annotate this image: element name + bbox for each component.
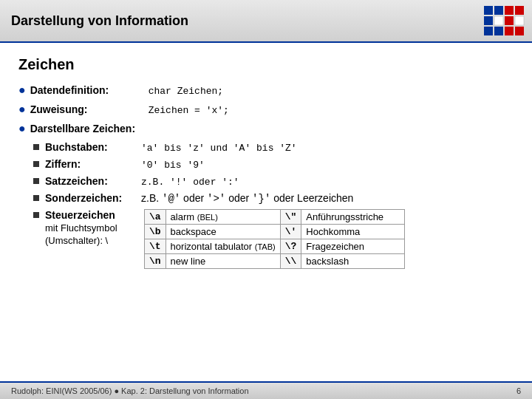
escape-desc-3b: Fragezeichen [301,239,405,254]
square-bullet-icon [33,195,39,201]
subvalue-sonderzeichen: z.B. '@' oder '>' oder '}' oder Leerzeic… [141,192,353,205]
sublabel-satzzeichen: Satzzeichen: [45,175,141,187]
page-number: 6 [516,386,521,395]
subitem-ziffern: Ziffern: '0' bis '9' [33,158,514,171]
header-title: Darstellung von Information [11,13,188,29]
svg-rect-9 [494,27,503,35]
sublabel-buchstaben: Buchstaben: [45,141,141,153]
item-label-darstellbare: Darstellbare Zeichen: [30,123,149,134]
footer: Rudolph: EINI(WS 2005/06) ● Kap. 2: Dars… [0,381,532,399]
svg-rect-10 [505,27,514,35]
escape-code-2b: \' [280,225,301,239]
bullet-icon: ● [18,83,26,97]
table-row: \a alarm (BEL) \" Anführungsstriche [145,210,405,225]
table-row: \t horizontal tabulator (TAB) \? Frageze… [145,239,405,254]
escape-desc-3a: horizontal tabulator (TAB) [166,239,280,254]
subvalue-buchstaben: 'a' bis 'z' und 'A' bis 'Z' [141,143,297,154]
svg-rect-6 [505,16,514,25]
list-item-darstellbare: ● Darstellbare Zeichen: [18,122,514,135]
header: Darstellung von Information [0,0,532,43]
item-code-zuweisung: Zeichen = 'x'; [149,105,229,116]
square-bullet-icon [33,178,39,184]
svg-rect-0 [484,6,493,15]
escape-desc-1a: alarm (BEL) [166,210,280,225]
bullet-icon: ● [18,122,26,135]
escape-code-1b: \" [280,210,301,225]
steuer-sublabel1: mit Fluchtsymbol [33,222,144,233]
square-bullet-icon [33,144,39,150]
escape-code-4b: \\ [280,254,301,269]
sublabel-ziffern: Ziffern: [45,158,141,170]
escape-desc-4b: backslash [301,254,405,269]
square-bullet-icon [33,212,39,218]
subvalue-satzzeichen: z.B. '!' oder ':' [141,177,239,188]
escape-desc-4a: new line [166,254,280,269]
steuer-label-block: Steuerzeichen mit Fluchtsymbol (Umschalt… [33,209,144,246]
svg-rect-1 [494,6,503,15]
item-label-zuweisung: Zuweisung: [30,103,149,115]
escape-desc-2a: backspace [166,225,280,239]
escape-code-3a: \t [145,239,166,254]
footer-text: Rudolph: EINI(WS 2005/06) ● Kap. 2: Dars… [11,386,249,395]
item-code-datendefinition: char Zeichen; [149,86,223,97]
subitem-buchstaben: Buchstaben: 'a' bis 'z' und 'A' bis 'Z' [33,141,514,154]
escape-code-1a: \a [145,210,166,225]
list-item-zuweisung: ● Zuweisung: Zeichen = 'x'; [18,103,514,116]
steuer-label: Steuerzeichen [45,209,115,221]
svg-rect-8 [484,27,493,35]
escape-desc-1b: Anführungsstriche [301,210,405,225]
table-row: \b backspace \' Hochkomma [145,225,405,239]
section-title: Zeichen [18,56,514,73]
svg-rect-2 [505,6,514,15]
steuer-row: Steuerzeichen mit Fluchtsymbol (Umschalt… [33,209,514,269]
escape-code-3b: \? [280,239,301,254]
main-content: Zeichen ● Datendefinition: char Zeichen;… [0,43,532,275]
svg-rect-11 [515,27,524,35]
svg-rect-4 [484,16,493,25]
bullet-icon: ● [18,103,26,116]
item-label-datendefinition: Datendefinition: [30,84,149,96]
table-row: \n new line \\ backslash [145,254,405,269]
escape-code-2a: \b [145,225,166,239]
subvalue-ziffern: '0' bis '9' [141,160,205,171]
escape-table: \a alarm (BEL) \" Anführungsstriche \b b… [144,209,405,269]
square-bullet-icon [33,161,39,167]
svg-rect-5 [494,16,503,25]
escape-desc-2b: Hochkomma [301,225,405,239]
steuer-sublabel2: (Umschalter): \ [33,235,144,246]
svg-rect-3 [515,6,524,15]
header-logo [484,6,521,35]
escape-code-4a: \n [145,254,166,269]
subitem-satzzeichen: Satzzeichen: z.B. '!' oder ':' [33,175,514,188]
subitem-sonderzeichen: Sonderzeichen: z.B. '@' oder '>' oder '}… [33,192,514,205]
sublabel-sonderzeichen: Sonderzeichen: [45,192,141,204]
list-item-datendefinition: ● Datendefinition: char Zeichen; [18,83,514,97]
svg-rect-7 [515,16,524,25]
